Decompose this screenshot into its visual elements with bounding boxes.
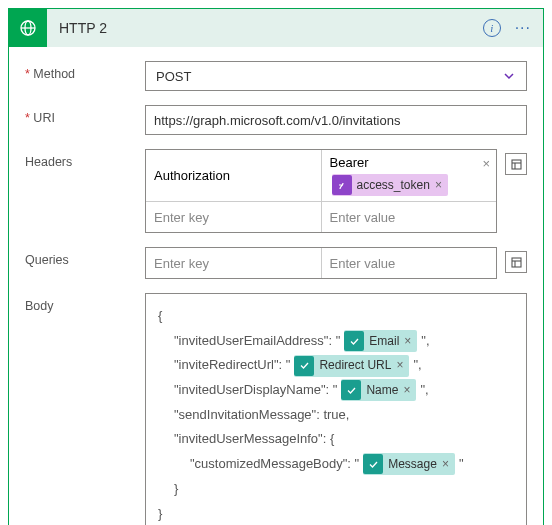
token-remove-icon[interactable]: × <box>435 178 442 192</box>
token-email[interactable]: Email× <box>344 330 417 352</box>
card-title: HTTP 2 <box>47 20 483 36</box>
chevron-down-icon <box>502 69 516 83</box>
token-message[interactable]: Message× <box>363 453 455 475</box>
queries-label: Queries <box>25 247 145 267</box>
headers-switch-mode[interactable] <box>505 153 527 175</box>
card-body: * Method POST * URI https://graph.micros… <box>9 47 543 525</box>
svg-rect-3 <box>512 160 521 169</box>
token-remove-icon[interactable]: × <box>442 453 449 476</box>
header-key-0[interactable]: Authorization <box>146 150 322 201</box>
method-select[interactable]: POST <box>145 61 527 91</box>
headers-label: Headers <box>25 149 145 169</box>
query-value-new[interactable]: Enter value <box>322 248 497 278</box>
http-action-card: HTTP 2 i ··· * Method POST * URI https:/… <box>8 8 544 525</box>
dynamic-icon <box>341 380 361 400</box>
header-key-new[interactable]: Enter key <box>146 202 322 232</box>
body-label: Body <box>25 293 145 313</box>
header-value-new[interactable]: Enter value <box>322 202 497 232</box>
headers-table: Authorization Bearer access_token× × Ent… <box>145 149 497 233</box>
dynamic-icon <box>294 356 314 376</box>
fx-icon <box>332 175 352 195</box>
method-value: POST <box>156 69 191 84</box>
token-access-token[interactable]: access_token× <box>332 174 448 196</box>
info-icon[interactable]: i <box>483 19 501 37</box>
token-remove-icon[interactable]: × <box>403 379 410 402</box>
more-icon[interactable]: ··· <box>515 19 531 37</box>
card-header: HTTP 2 i ··· <box>9 9 543 47</box>
body-editor[interactable]: { "invitedUserEmailAddress": " Email× ",… <box>145 293 527 525</box>
uri-label: * URI <box>25 105 145 125</box>
token-remove-icon[interactable]: × <box>404 330 411 353</box>
query-key-new[interactable]: Enter key <box>146 248 322 278</box>
method-label: * Method <box>25 61 145 81</box>
uri-input[interactable]: https://graph.microsoft.com/v1.0/invitat… <box>145 105 527 135</box>
http-icon <box>9 9 47 47</box>
queries-table: Enter key Enter value <box>145 247 497 279</box>
token-remove-icon[interactable]: × <box>396 354 403 377</box>
token-redirect-url[interactable]: Redirect URL× <box>294 355 409 377</box>
dynamic-icon <box>363 454 383 474</box>
header-row-remove[interactable]: × <box>482 156 490 171</box>
dynamic-icon <box>344 331 364 351</box>
header-value-0[interactable]: Bearer access_token× × <box>322 150 497 201</box>
token-name[interactable]: Name× <box>341 379 416 401</box>
svg-rect-6 <box>512 258 521 267</box>
queries-switch-mode[interactable] <box>505 251 527 273</box>
